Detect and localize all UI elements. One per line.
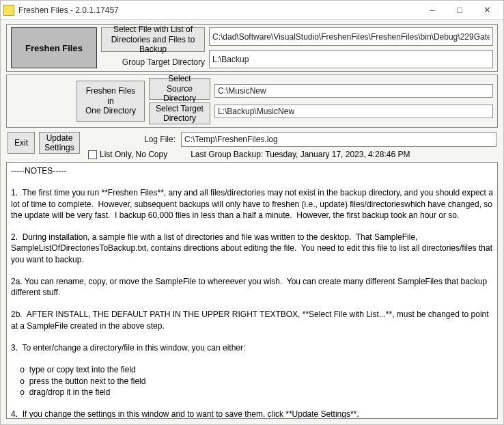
log-file-input[interactable] (181, 132, 496, 147)
notes-textarea[interactable]: -----NOTES----- 1. The first time you ru… (6, 162, 498, 419)
titlebar: Freshen Files - 2.0.1.17457 – □ ✕ (1, 1, 503, 20)
list-only-checkbox[interactable] (88, 150, 97, 159)
one-directory-panel: Freshen Files in One Directory Select So… (6, 74, 498, 128)
log-file-label: Log File: (84, 135, 176, 144)
close-button[interactable]: ✕ (473, 2, 501, 18)
minimize-button[interactable]: – (419, 2, 446, 18)
update-settings-button[interactable]: Update Settings (39, 132, 80, 154)
target-directory-input[interactable] (214, 105, 493, 118)
freshen-files-button[interactable]: Freshen Files (11, 27, 97, 68)
select-source-directory-button[interactable]: Select Source Directory (149, 78, 210, 100)
source-directory-input[interactable] (214, 84, 493, 98)
group-target-label: Group Target Directory (101, 56, 205, 67)
exit-button[interactable]: Exit (8, 132, 35, 154)
app-icon (3, 5, 14, 16)
maximize-button[interactable]: □ (446, 2, 473, 18)
select-target-directory-button[interactable]: Select Target Directory (149, 102, 210, 124)
select-file-list-button[interactable]: Select File with List of Directories and… (101, 27, 205, 52)
list-only-label: List Only, No Copy (100, 150, 167, 159)
list-only-checkbox-wrap[interactable]: List Only, No Copy (88, 150, 167, 159)
last-backup-label: Last Group Backup: Tuesday, January 17, … (174, 150, 496, 159)
freshen-one-directory-button[interactable]: Freshen Files in One Directory (76, 81, 145, 122)
file-list-path-input[interactable] (209, 27, 493, 46)
group-backup-panel: Freshen Files Select File with List of D… (6, 24, 498, 72)
app-window: Freshen Files - 2.0.1.17457 – □ ✕ Freshe… (0, 0, 504, 425)
group-target-path-input[interactable] (209, 50, 493, 68)
window-title: Freshen Files - 2.0.1.17457 (18, 5, 419, 15)
bottom-controls: Exit Update Settings Log File: List Only… (6, 131, 498, 159)
